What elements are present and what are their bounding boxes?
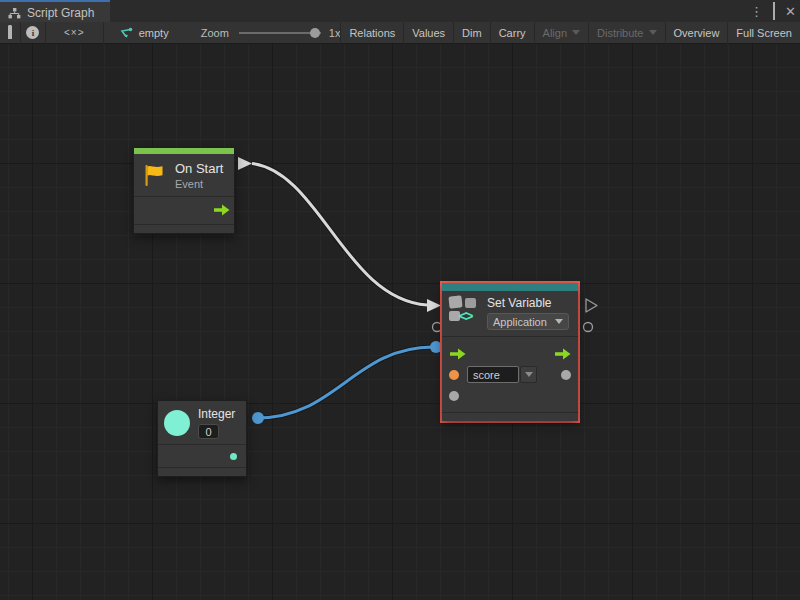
zoom-label: Zoom [201,27,229,39]
tab-script-graph[interactable]: Script Graph [0,0,110,22]
node-title: Set Variable [487,296,569,310]
set-variable-body: score [442,337,578,412]
zoom-control: Zoom 1x [201,27,341,39]
graph-reference-button[interactable]: empty [118,27,169,39]
fullscreen-button[interactable]: Full Screen [727,22,800,44]
info-button[interactable]: i [21,22,46,44]
graph-hierarchy-icon [8,8,21,19]
zoom-value: 1x [329,27,341,39]
lock-icon [8,27,12,39]
chevron-down-icon [649,30,657,35]
integer-output-port[interactable] [230,453,237,460]
value-input-port[interactable] [449,391,459,401]
chevron-down-icon [555,319,563,324]
values-button[interactable]: Values [403,22,453,44]
on-start-footer [134,224,234,233]
close-icon[interactable]: ✕ [785,5,796,18]
on-start-header: On Start Event [134,154,234,196]
wire-on-start-to-set-variable[interactable] [252,164,427,306]
node-integer[interactable]: Integer 0 [157,400,247,477]
overview-button[interactable]: Overview [665,22,728,44]
wire-integer-to-set-variable[interactable] [258,347,433,418]
title-bar: Script Graph ⋮ ✕ [0,0,800,22]
variable-name-dropdown-button[interactable] [520,366,537,383]
variable-name-field[interactable]: score [467,366,519,383]
integer-icon [164,410,190,436]
zoom-slider-track [239,32,321,34]
variable-name-input-port[interactable] [449,370,459,380]
integer-value-field[interactable]: 0 [198,424,219,439]
lock-button[interactable] [0,22,21,44]
on-start-body [134,197,234,224]
wire-end-arrowhead [427,299,441,312]
zoom-slider[interactable] [239,28,321,38]
flow-input-port[interactable] [449,348,466,360]
integer-header: Integer 0 [158,401,246,444]
node-title: On Start [175,161,223,176]
wire-start-arrowhead[interactable] [238,157,252,170]
set-variable-footer [442,412,578,421]
zoom-slider-handle[interactable] [310,28,320,38]
chevron-down-icon [525,372,533,377]
maximize-icon[interactable] [773,5,775,18]
node-set-variable[interactable]: <> Set Variable Application [440,281,580,423]
code-icon: <×> [64,27,85,38]
external-output-port-triangle[interactable] [586,299,597,312]
variables-icon: <> [449,296,479,326]
node-on-start[interactable]: On Start Event [133,147,235,234]
menu-icon[interactable]: ⋮ [750,5,763,18]
wire-layer [0,44,800,600]
script-graph-window: Script Graph ⋮ ✕ i <×> empty Zoom [0,0,800,600]
distribute-button: Distribute [588,22,664,44]
align-button: Align [534,22,588,44]
code-view-button[interactable]: <×> [46,22,104,44]
value-output-port[interactable] [561,370,571,380]
graph-reference-label: empty [139,27,169,39]
graph-pointer-icon [118,27,133,39]
external-output-port-circle[interactable] [584,323,593,332]
node-subtitle: Event [175,178,223,190]
carry-button[interactable]: Carry [490,22,534,44]
flow-output-port[interactable] [554,348,571,360]
graph-canvas[interactable]: On Start Event <> [0,44,800,600]
flow-output-port[interactable] [213,204,230,216]
info-icon: i [26,26,39,39]
tab-title: Script Graph [27,6,94,20]
set-variable-header: <> Set Variable Application [442,291,578,336]
integer-footer [158,467,246,476]
variable-stripe [442,283,578,291]
wire-start-dot[interactable] [252,412,264,424]
variable-scope-dropdown[interactable]: Application [487,313,569,330]
graph-toolbar: i <×> empty Zoom 1x Relations Values Dim… [0,22,800,44]
relations-button[interactable]: Relations [340,22,403,44]
window-controls: ⋮ ✕ [750,0,796,22]
node-title: Integer [198,407,235,421]
integer-body [158,445,246,467]
dim-button[interactable]: Dim [453,22,490,44]
flag-icon [142,163,166,188]
chevron-down-icon [572,30,580,35]
